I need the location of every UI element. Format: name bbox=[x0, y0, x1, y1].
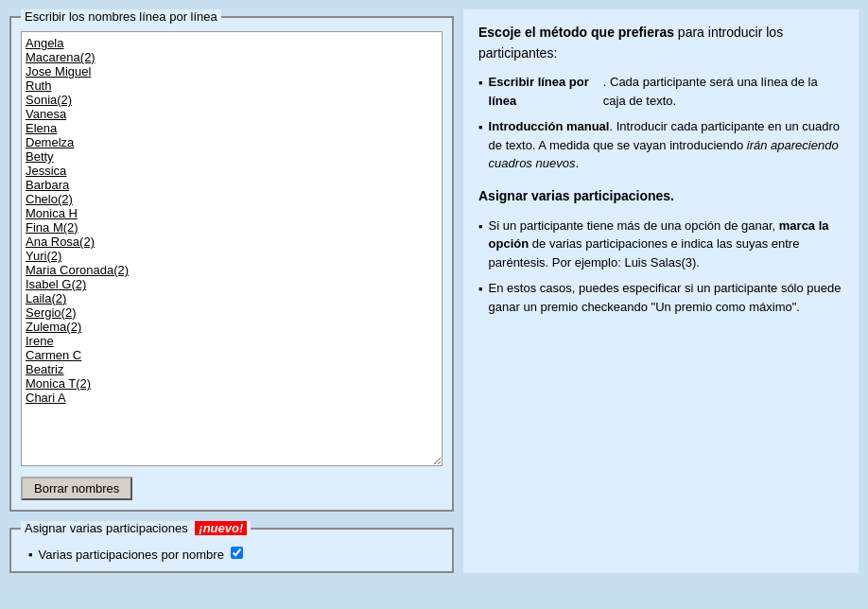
method1-bold: Escribir línea por línea bbox=[489, 73, 598, 110]
asignar2-text: En estos casos, puedes especificar si un… bbox=[489, 279, 843, 316]
asignar1-text: Si un participante tiene más de una opci… bbox=[489, 217, 843, 272]
asignar-item-2: En estos casos, puedes especificar si un… bbox=[478, 279, 843, 316]
bullet-asignar: ▪ bbox=[28, 548, 33, 562]
asignar1-normal: Si un participante tiene más de una opci… bbox=[489, 218, 779, 233]
button-row: Borrar nombres bbox=[21, 477, 443, 500]
asignar-fieldset-legend: Asignar varias participaciones ¡nuevo! bbox=[21, 521, 251, 535]
participaciones-label[interactable]: Varias participaciones por nombre bbox=[39, 547, 244, 562]
method2-end: . bbox=[575, 156, 579, 170]
method2-bold: Introducción manual bbox=[489, 119, 610, 133]
asignar-fieldset: Asignar varias participaciones ¡nuevo! ▪… bbox=[9, 521, 454, 573]
asignar-section-title: Asignar varias participaciones. bbox=[478, 186, 843, 207]
names-textarea[interactable] bbox=[21, 31, 443, 466]
asignar-legend-text: Asignar varias participaciones bbox=[25, 521, 188, 535]
borrar-nombres-button[interactable]: Borrar nombres bbox=[21, 477, 132, 500]
participaciones-label-text: Varias participaciones por nombre bbox=[39, 548, 224, 562]
nuevo-badge: ¡nuevo! bbox=[195, 521, 247, 535]
textarea-wrapper bbox=[21, 31, 443, 469]
intro-strong: Escoje el método que prefieras bbox=[478, 25, 674, 40]
asignar-list: Si un participante tiene más de una opci… bbox=[478, 217, 843, 317]
method-item-1: Escribir línea por línea. Cada participa… bbox=[478, 73, 843, 110]
participaciones-checkbox[interactable] bbox=[231, 547, 243, 559]
textarea-fieldset-legend: Escribir los nombres línea por línea bbox=[21, 9, 221, 24]
intro-paragraph: Escoje el método que prefieras para intr… bbox=[478, 23, 843, 63]
asignar-content: ▪ Varias participaciones por nombre bbox=[21, 547, 443, 562]
textarea-fieldset: Escribir los nombres línea por línea Bor… bbox=[9, 9, 454, 512]
asignar-item-1: Si un participante tiene más de una opci… bbox=[478, 217, 843, 272]
method2-text: Introducción manual. Introducir cada par… bbox=[489, 117, 843, 173]
method-item-2: Introducción manual. Introducir cada par… bbox=[478, 117, 843, 173]
methods-list: Escribir línea por línea. Cada participa… bbox=[478, 73, 843, 173]
method1-rest: . Cada participante será una línea de la… bbox=[603, 73, 843, 110]
left-panel: Escribir los nombres línea por línea Bor… bbox=[9, 9, 454, 573]
asignar1-rest: de varias participaciones e indica las s… bbox=[489, 236, 800, 270]
right-panel: Escoje el método que prefieras para intr… bbox=[463, 9, 859, 573]
main-container: Escribir los nombres línea por línea Bor… bbox=[9, 9, 859, 573]
